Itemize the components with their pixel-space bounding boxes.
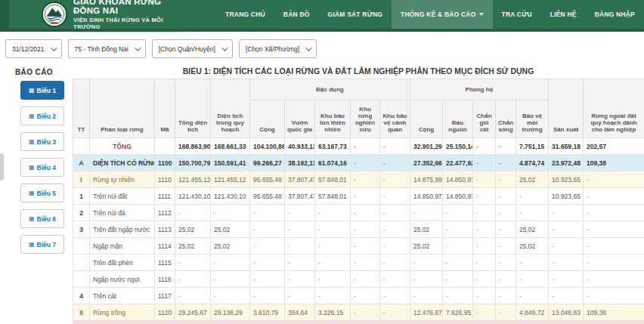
sidebar-item-biểu-4[interactable]: ▦Biểu 4 [20,158,64,177]
tt-cell [73,138,90,155]
header-edge [0,0,9,29]
value-cell: 29.245,67 [175,304,211,321]
tt-cell: I [73,171,90,188]
value-cell: - [496,188,516,205]
brand-text: GIAO KHOÁN RỪNG ĐỒNG NAI VIỆN SINH THÁI … [73,0,180,32]
value-cell: - [380,288,410,304]
sidebar-item-biểu-1[interactable]: ▦Biểu 1 [20,81,64,100]
table-row: IIRừng trồng112029.245,6729.136,293.610,… [73,304,644,321]
tt-cell: A [73,155,90,171]
report-list: ▦Biểu 1▦Biểu 2▦Biểu 3▦Biểu 4▦Biểu 5▦Biểu… [20,81,64,261]
sub-col-2: Khu bảo tồn thiên nhiên [315,100,351,138]
value-cell: 109,38 [584,304,644,321]
panel-drag-handle[interactable] [0,153,4,181]
nav-item-trang-ch-[interactable]: TRANG CHỦ [216,0,274,29]
district-select[interactable]: [Chọn Quận/Huyện] [152,39,233,58]
name-cell: TỔNG [90,138,155,155]
value-cell: 10.923,65 [549,171,584,188]
value-cell: - [516,205,549,221]
ward-select[interactable]: [Chọn Xã/Phường] [239,39,317,58]
value-cell: - [315,221,351,238]
sidebar-item-biểu-7[interactable]: ▦Biểu 7 [20,235,64,254]
app-subtitle: VIỆN SINH THÁI RỪNG VÀ MÔI TRƯỜNG [73,17,180,32]
sub-col-8: Chắn sóng [496,100,516,138]
value-cell: - [443,205,473,221]
tt-cell: 1 [73,188,90,205]
value-cell: - [496,255,516,271]
value-cell: - [443,255,473,271]
value-cell: - [584,255,644,271]
value-cell: 384,64 [285,304,315,321]
value-cell: - [250,238,285,255]
code-cell: 1111 [155,188,175,205]
code-cell: 1115 [155,255,175,271]
value-cell: - [410,205,443,221]
table-row: Ngập nước ngọt1116-------------- [73,271,644,288]
date-select[interactable]: 31/12/2021 [5,39,62,58]
nav-item-b-n-[interactable]: BẢN ĐỒ [274,0,319,29]
value-cell: - [549,271,584,288]
sidebar-item-biểu-5[interactable]: ▦Biểu 5 [20,184,64,202]
nav-item-th-ng-k-b-o-c-o[interactable]: THỐNG KÊ & BÁO CÁO [392,0,492,29]
sidebar-item-biểu-6[interactable]: ▦Biểu 6 [20,209,64,228]
value-cell: - [516,188,549,205]
brand[interactable]: GIAO KHOÁN RỪNG ĐỒNG NAI VIỆN SINH THÁI … [42,0,180,32]
value-cell: 25,02 [175,238,211,255]
sub-col-1: Vườn quốc gia [285,100,315,138]
value-cell: - [473,288,496,304]
value-cell: - [473,221,496,238]
value-cell: - [250,271,285,288]
nav-item-li-n-h-[interactable]: LIÊN HỆ [541,0,586,29]
value-cell: 10.923,65 [549,188,584,205]
value-cell: - [285,255,315,271]
value-cell: 13.048,83 [549,304,584,321]
value-cell: 25,02 [211,221,250,238]
value-cell: 27.352,66 [410,155,443,171]
value-cell: 63.167,73 [315,138,351,155]
value-cell: - [380,304,410,321]
value-cell: 37.807,47 [285,188,315,205]
value-cell: - [380,255,410,271]
value-cell: - [315,271,351,288]
table-row: Ngập mặn111425,0225,02-----25,02---25,02… [73,238,644,255]
value-cell: - [351,205,380,221]
code-cell: 1110 [155,171,175,188]
table-icon: ▦ [29,190,35,196]
name-cell: Rừng tự nhiên [90,171,155,188]
sub-col-0: Cộng [250,100,285,138]
table-icon: ▦ [29,139,35,145]
value-cell: 121.430,10 [175,188,211,205]
name-cell: Rừng trồng [90,304,155,321]
table-row: IRừng tự nhiên1110121.455,12121.455,1295… [73,171,644,188]
value-cell: - [584,205,644,221]
value-cell: - [473,255,496,271]
value-cell: 57.848,01 [315,171,351,188]
value-cell: - [211,271,250,288]
value-cell: 104.100,86 [250,138,285,155]
sidebar-item-biểu-3[interactable]: ▦Biểu 3 [20,132,64,151]
value-cell: 150.700,79 [175,155,211,171]
value-cell: 14.875,99 [410,171,443,188]
report-area: BIỂU 1: DIỆN TÍCH CÁC LOẠI RỪNG VÀ ĐẤT L… [73,63,644,321]
value-cell: - [351,288,380,304]
tt-cell: 3 [73,221,90,238]
province-select[interactable]: 75 - Tỉnh Đồng Nai [68,39,146,58]
value-cell: - [351,238,380,255]
report-table-body: TỔNG168.863,90168.661,33104.100,8640.933… [73,138,644,321]
filter-bar: 31/12/202175 - Tỉnh Đồng Nai[Chọn Quận/H… [5,39,317,58]
value-cell: 25,02 [516,238,549,255]
value-cell: - [250,221,285,238]
nav-item-tra-c-u[interactable]: TRA CỨU [493,0,541,29]
value-cell: - [496,138,516,155]
sidebar-item-label: Biểu 6 [37,215,57,223]
value-cell: - [496,221,516,238]
table-row: ADIỆN TÍCH CÓ RỪNG1100150.700,79150.591,… [73,155,644,171]
nav-item--ng-nh-p[interactable]: ĐĂNG NHẬP [586,0,644,29]
col-tt: TT [73,79,90,138]
code-cell: 1120 [155,304,175,321]
value-cell: 23.972,48 [549,155,584,171]
sidebar-item-biểu-2[interactable]: ▦Biểu 2 [20,106,64,125]
name-cell: Ngập mặn [90,238,155,255]
nav-item-gi-m-s-t-r-ng[interactable]: GIÁM SÁT RỪNG [319,0,392,29]
table-icon: ▦ [29,242,35,248]
